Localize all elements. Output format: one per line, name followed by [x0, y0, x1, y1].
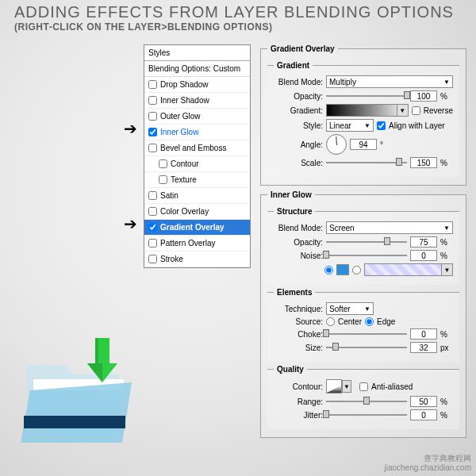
style-inner-glow[interactable]: Inner Glow	[144, 125, 250, 140]
technique-dropdown[interactable]: Softer▼	[326, 302, 374, 315]
download-folder-icon	[13, 333, 140, 452]
style-stroke[interactable]: Stroke	[144, 251, 250, 267]
choke-label: Choke:	[274, 330, 323, 339]
align-label: Align with Layer	[389, 121, 445, 130]
elements-group: Elements Technique: Softer▼ Source: Cent…	[267, 288, 459, 362]
style-contour[interactable]: Contour	[144, 156, 250, 172]
source-label: Source:	[274, 317, 323, 326]
chevron-down-icon: ▼	[443, 225, 450, 232]
style-label: Texture	[171, 175, 197, 184]
checkbox-drop-shadow[interactable]	[148, 80, 157, 89]
checkbox-inner-shadow[interactable]	[148, 96, 157, 105]
percent-unit: %	[440, 397, 453, 406]
color-solid-radio[interactable]	[324, 266, 333, 274]
page-title: ADDING EFFECTS FROM LAYER BLENDING OPTIO…	[0, 0, 476, 21]
anti-aliased-checkbox[interactable]	[359, 382, 368, 391]
checkbox-stroke[interactable]	[148, 255, 157, 263]
style-color-overlay[interactable]: Color Overlay	[144, 204, 250, 220]
jitter-slider[interactable]	[326, 409, 407, 420]
checkbox-contour[interactable]	[159, 159, 167, 168]
chevron-down-icon[interactable]: ▼	[342, 380, 351, 393]
style-texture[interactable]: Texture	[144, 172, 250, 188]
reverse-checkbox[interactable]	[412, 106, 420, 115]
styles-heading[interactable]: Styles	[144, 45, 250, 61]
style-drop-shadow[interactable]: Drop Shadow	[144, 77, 250, 93]
page-subtitle: (RIGHT-CLICK ON THE LAYER>BLENDING OPTIO…	[0, 21, 476, 39]
checkbox-gradient-overlay[interactable]	[148, 223, 157, 232]
watermark-line2: jiaocheng.chazidian.com	[384, 463, 471, 473]
style-satin[interactable]: Satin	[144, 188, 250, 204]
ig-blend-mode-dropdown[interactable]: Screen▼	[326, 221, 453, 234]
ig-opacity-input[interactable]	[410, 236, 437, 248]
checkbox-outer-glow[interactable]	[148, 112, 157, 121]
jitter-label: Jitter:	[274, 411, 323, 420]
center-label: Center	[338, 317, 362, 326]
choke-slider[interactable]	[326, 328, 407, 340]
style-label: Color Overlay	[160, 207, 209, 216]
opacity-slider[interactable]	[326, 90, 407, 102]
chevron-down-icon[interactable]: ▼	[441, 264, 452, 275]
checkbox-pattern-overlay[interactable]	[148, 239, 157, 248]
reverse-label: Reverse	[424, 106, 453, 115]
ig-opacity-label: Opacity:	[274, 238, 323, 247]
checkbox-inner-glow[interactable]	[148, 128, 157, 136]
percent-unit: %	[440, 251, 453, 260]
contour-label: Contour:	[274, 382, 323, 391]
percent-unit: %	[440, 159, 453, 167]
gradient-style-dropdown[interactable]: Linear▼	[326, 119, 374, 132]
checkbox-texture[interactable]	[159, 175, 167, 184]
source-center-radio[interactable]	[326, 317, 335, 326]
style-label: Contour	[171, 159, 199, 168]
range-label: Range:	[274, 397, 323, 406]
gradient-overlay-legend: Gradient Overlay	[267, 44, 338, 53]
style-outer-glow[interactable]: Outer Glow	[144, 109, 250, 125]
angle-label: Angle:	[274, 140, 323, 149]
angle-dial[interactable]	[326, 134, 347, 155]
scale-slider[interactable]	[326, 157, 407, 168]
range-input[interactable]	[410, 396, 437, 407]
color-gradient-radio[interactable]	[352, 266, 361, 274]
elements-legend: Elements	[274, 288, 315, 297]
angle-input[interactable]	[350, 139, 377, 150]
size-input[interactable]	[410, 342, 437, 353]
contour-picker[interactable]: ▼	[326, 379, 342, 393]
checkbox-satin[interactable]	[148, 191, 157, 200]
percent-unit: %	[440, 92, 453, 101]
scale-input[interactable]	[410, 157, 437, 168]
chevron-down-icon[interactable]: ▼	[397, 105, 408, 116]
ig-opacity-slider[interactable]	[326, 236, 407, 248]
glow-color-swatch[interactable]	[336, 264, 349, 275]
style-pattern-overlay[interactable]: Pattern Overlay	[144, 236, 250, 251]
gradient-overlay-panel: Gradient Overlay Gradient Blend Mode: Mu…	[260, 44, 466, 186]
style-label: Inner Shadow	[160, 96, 209, 105]
align-checkbox[interactable]	[377, 121, 386, 130]
quality-legend: Quality	[274, 365, 307, 374]
gradient-picker[interactable]: ▼	[326, 104, 409, 117]
style-gradient-overlay[interactable]: Gradient Overlay	[144, 220, 250, 236]
blending-options-row[interactable]: Blending Options: Custom	[144, 61, 250, 77]
blend-mode-dropdown[interactable]: Multiply▼	[326, 75, 453, 88]
gradient-label: Gradient:	[274, 106, 323, 115]
noise-input[interactable]	[410, 250, 437, 261]
style-inner-shadow[interactable]: Inner Shadow	[144, 93, 250, 109]
technique-label: Technique:	[274, 305, 323, 313]
range-slider[interactable]	[326, 396, 407, 407]
scale-label: Scale:	[274, 159, 323, 167]
jitter-input[interactable]	[410, 409, 437, 420]
source-edge-radio[interactable]	[365, 317, 374, 326]
size-slider[interactable]	[326, 342, 407, 353]
blend-mode-value: Multiply	[329, 78, 356, 86]
noise-slider[interactable]	[326, 250, 407, 261]
quality-group: Quality Contour: ▼ Anti-aliased Range: %…	[267, 365, 459, 429]
opacity-input[interactable]	[410, 90, 437, 102]
checkbox-color-overlay[interactable]	[148, 207, 157, 216]
style-bevel-emboss[interactable]: Bevel and Emboss	[144, 140, 250, 156]
blend-mode-label: Blend Mode:	[274, 78, 323, 86]
gradient-style-value: Linear	[329, 121, 351, 130]
watermark: 查字典教程网 jiaocheng.chazidian.com	[384, 454, 471, 473]
glow-gradient-picker[interactable]: ▼	[364, 263, 453, 276]
technique-value: Softer	[329, 305, 351, 313]
choke-input[interactable]	[410, 328, 437, 340]
svg-rect-3	[24, 416, 125, 428]
checkbox-bevel[interactable]	[148, 144, 157, 152]
